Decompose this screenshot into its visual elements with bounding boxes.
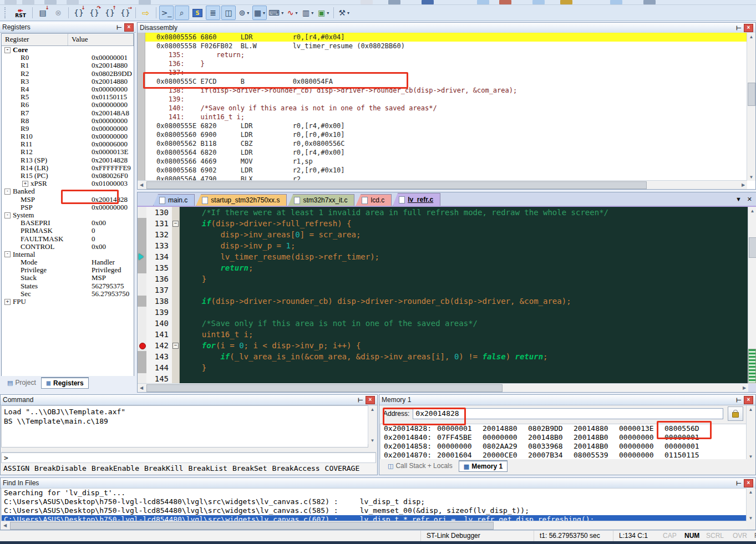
register-row[interactable]: States562795375 — [2, 282, 134, 290]
close-icon[interactable]: × — [744, 479, 753, 487]
scroll-thumb[interactable] — [146, 384, 503, 392]
disassembly-line[interactable]: 0x08005564 6820 LDR r0,[r4,#0x00] — [145, 148, 747, 157]
register-row[interactable]: CONTROL0x00 — [2, 243, 134, 251]
command-keyword[interactable]: BreakAccess — [272, 464, 320, 472]
memory-value[interactable]: 00000001 — [664, 433, 710, 442]
memory-value[interactable]: 00000000 — [619, 442, 664, 451]
column-register[interactable]: Register — [2, 34, 68, 45]
pin-icon[interactable]: ⊥ — [735, 479, 742, 487]
trace-windows-dropdown[interactable]: ▥▾ — [301, 6, 315, 20]
memory-value[interactable]: 0800556D — [664, 424, 710, 433]
command-keyword[interactable]: BreakDisable — [34, 464, 87, 472]
command-keyword[interactable]: BreakSet — [232, 464, 267, 472]
disassembly-line[interactable]: 0x08005566 4669 MOV r1,sp — [145, 157, 747, 166]
scroll-thumb[interactable] — [748, 83, 755, 106]
register-row[interactable]: -System — [2, 211, 134, 219]
dropdown-arrow-icon[interactable]: ▾ — [263, 11, 265, 16]
disassembly-line[interactable]: 139: — [145, 95, 747, 104]
scroll-up-arrow[interactable]: ▲ — [748, 207, 756, 215]
command-keyword[interactable]: COVERAGE — [325, 464, 360, 472]
dropdown-arrow-icon[interactable]: ▾ — [296, 11, 298, 16]
memory-value[interactable]: 20014880 — [483, 424, 528, 433]
scroll-down-arrow[interactable]: ▼ — [747, 514, 755, 522]
disassembly-line[interactable]: 140: /*Save only if this area is not in … — [145, 104, 747, 113]
fold-collapse-icon[interactable]: − — [172, 221, 179, 227]
register-row[interactable]: -Banked — [2, 187, 134, 195]
memory-value[interactable]: 20014880 — [574, 424, 619, 433]
register-row[interactable]: R50x01150115 — [2, 93, 134, 101]
command-input[interactable]: > — [1, 453, 376, 464]
register-row[interactable]: -Core — [2, 46, 134, 54]
find-result-line[interactable]: Searching for 'lv_disp_t'... — [2, 489, 746, 497]
disassembly-line[interactable]: 0x0800555C E7CD B 0x080054FA — [145, 77, 747, 86]
close-icon[interactable]: × — [744, 24, 753, 32]
command-window-toggle[interactable]: >_ — [159, 6, 174, 20]
register-row[interactable]: -Internal — [2, 251, 134, 258]
address-input[interactable]: 0x20014828 — [413, 408, 723, 419]
editor-tab-stm32h7xx-it-c[interactable]: stm32h7xx_it.c — [288, 194, 354, 206]
register-row[interactable]: PrivilegePrivileged — [2, 266, 134, 274]
scroll-down-arrow[interactable]: ▼ — [368, 436, 377, 444]
scroll-right-arrow[interactable]: ▶ — [739, 181, 747, 189]
command-vscrollbar[interactable]: ▲ ▼ — [368, 405, 377, 444]
editor-tab-lcd-c[interactable]: lcd.c — [356, 194, 392, 206]
tree-expander-icon[interactable]: - — [4, 189, 11, 195]
register-row[interactable]: PRIMASK0 — [2, 227, 134, 235]
scroll-up-arrow[interactable]: ▲ — [368, 405, 377, 413]
dropdown-arrow-icon[interactable]: ▾ — [327, 11, 329, 16]
panel-tab-project[interactable]: ▤Project — [2, 377, 41, 388]
memory-value[interactable]: 200148B0 — [574, 433, 619, 442]
editor-tab-startup-stm32h750xx-s[interactable]: startup_stm32h750xx.s — [196, 194, 287, 206]
disassembly-line[interactable]: 0x08005562 B118 CBZ r0,0x0800556C — [145, 139, 747, 148]
scroll-right-arrow[interactable]: ▶ — [740, 384, 748, 392]
close-icon[interactable]: × — [744, 396, 753, 404]
memory-value[interactable]: 00000000 — [619, 451, 664, 460]
run-button[interactable]: ▤↓ — [35, 6, 50, 20]
memory-value[interactable]: 20007B34 — [528, 451, 574, 460]
memory-value[interactable]: 08033968 — [528, 442, 574, 451]
memory-value[interactable]: 01150115 — [664, 451, 710, 460]
register-row[interactable]: R14 (LR)0xFFFFFFE9 — [2, 164, 134, 172]
show-next-statement-button[interactable]: ⇨ — [139, 6, 153, 20]
scroll-up-arrow[interactable]: ▲ — [747, 405, 755, 413]
stop-button[interactable]: ⊗ — [51, 6, 65, 20]
system-viewer-dropdown[interactable]: ▣▾ — [316, 6, 331, 20]
tree-expander-icon[interactable]: + — [22, 181, 28, 187]
register-row[interactable]: R80x00000000 — [2, 117, 134, 125]
close-icon[interactable]: × — [124, 23, 134, 32]
register-row[interactable]: R40x00000000 — [2, 85, 134, 93]
disassembly-line[interactable]: 0x08005560 6900 LDR r0,[r0,#0x10] — [145, 130, 747, 139]
dropdown-arrow-icon[interactable]: ▾ — [281, 11, 283, 16]
editor-hscrollbar[interactable]: ◀ ▶ — [138, 383, 748, 392]
memory-value[interactable]: 20001604 — [437, 451, 483, 460]
run-to-cursor-button[interactable]: {}→ — [118, 6, 133, 20]
dropdown-arrow-icon[interactable]: ▾ — [347, 11, 349, 16]
register-row[interactable]: BASEPRI0x00 — [2, 219, 134, 227]
disassembly-hscrollbar[interactable]: ◀ ▶ — [138, 180, 747, 189]
tree-expander-icon[interactable]: + — [4, 299, 11, 305]
scroll-left-arrow[interactable]: ◀ — [138, 181, 145, 189]
command-keyword[interactable]: BreakEnable — [92, 464, 139, 472]
scroll-left-arrow[interactable]: ◀ — [1, 521, 9, 529]
disassembly-content[interactable]: 0x08005556 6860 LDR r0,[r4,#0x04]0x08005… — [138, 33, 747, 181]
memory-value[interactable]: 0802B9DD — [528, 424, 574, 433]
register-row[interactable]: PSP0x00000000 — [2, 204, 134, 211]
step-over-button[interactable]: {}↷ — [87, 6, 102, 20]
disassembly-line[interactable]: 136: } — [145, 59, 747, 68]
tree-expander-icon[interactable]: - — [4, 251, 11, 257]
tab-list-dropdown-icon[interactable]: ▼ — [735, 196, 742, 202]
find-results[interactable]: Searching for 'lv_disp_t'...C:\Users\ASU… — [1, 488, 747, 523]
register-row[interactable]: StackMSP — [2, 274, 134, 282]
disassembly-line[interactable]: 141: uint16_t i; — [145, 113, 747, 121]
editor-tab-lv-refr-c[interactable]: lv_refr.c — [393, 193, 440, 206]
register-row[interactable]: R100x00000000 — [2, 133, 134, 140]
toolbar-grip[interactable] — [4, 7, 8, 18]
editor-tab-main-c[interactable]: main.c — [153, 194, 195, 206]
memory-value[interactable]: 0000013E — [619, 424, 664, 433]
register-row[interactable]: R120x0000013E — [2, 148, 134, 156]
scroll-left-arrow[interactable]: ◀ — [138, 384, 145, 392]
memory-value[interactable]: 00000001 — [664, 442, 710, 451]
panel-tab-call-stack-locals[interactable]: ◫Call Stack + Locals — [383, 460, 458, 471]
scroll-down-arrow[interactable]: ▼ — [747, 173, 755, 181]
scroll-up-arrow[interactable]: ▲ — [747, 33, 755, 40]
